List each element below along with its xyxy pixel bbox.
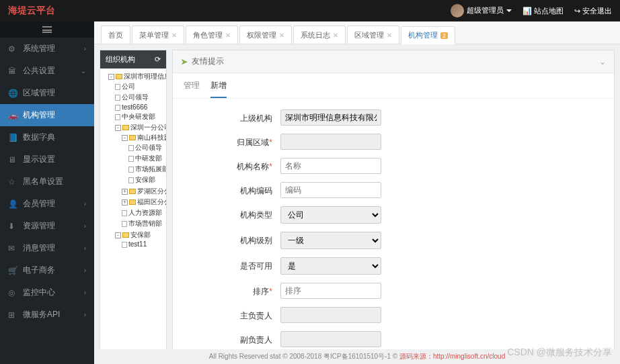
region-input[interactable] — [280, 134, 381, 150]
tab-region[interactable]: 区域管理✕ — [347, 26, 399, 44]
avatar-icon — [451, 4, 464, 17]
collapse-icon[interactable]: ⌄ — [599, 57, 606, 66]
level-select[interactable]: 一级 — [280, 232, 381, 249]
sort-input[interactable] — [280, 283, 381, 299]
user-icon: 👤 — [8, 199, 17, 209]
monitor-icon: 🖥 — [8, 155, 17, 165]
refresh-icon[interactable]: ⟳ — [155, 55, 161, 64]
subtabs: 管理 新增 — [173, 73, 614, 99]
label-sort: 排序* — [173, 283, 280, 298]
watermark: CSDN @微服务技术分享 — [507, 347, 612, 359]
label-region: 归属区域* — [173, 134, 280, 148]
nav-display[interactable]: 🖥显示设置 — [0, 148, 94, 171]
label-level: 机构级别 — [173, 232, 280, 246]
nav-dict[interactable]: 📘数据字典 — [0, 126, 94, 148]
grid-icon: ⊞ — [8, 310, 17, 320]
star-icon: ☆ — [8, 177, 17, 187]
book-icon: 📘 — [8, 133, 17, 142]
nav-blacklist[interactable]: ☆黑名单设置 — [0, 171, 94, 193]
tab-role[interactable]: 角色管理✕ — [186, 26, 238, 44]
nav-monitor[interactable]: ◎监控中心› — [0, 281, 94, 304]
nav-system[interactable]: ⚙系统管理› — [0, 38, 94, 60]
label-type: 机构类型 — [173, 206, 280, 221]
cart-icon: 🛒 — [8, 266, 17, 275]
name-input[interactable] — [280, 158, 381, 174]
type-select[interactable]: 公司 — [280, 206, 381, 224]
download-icon: ⬇ — [8, 222, 17, 231]
tab-log[interactable]: 系统日志✕ — [293, 26, 346, 44]
label-parent: 上级机构 — [173, 109, 280, 124]
tree-header: 组织机构 ⟳ — [100, 50, 166, 69]
nav-ecommerce[interactable]: 🛒电子商务› — [0, 259, 94, 281]
label-vice: 副负责人 — [173, 331, 280, 346]
gear-icon: ⚙ — [8, 44, 17, 54]
label-master: 主负责人 — [173, 307, 280, 322]
label-enabled: 是否可用 — [173, 257, 280, 272]
tab-org[interactable]: 机构管理2 — [401, 26, 455, 44]
tab-bar: 首页 菜单管理✕ 角色管理✕ 权限管理✕ 系统日志✕ 区域管理✕ 机构管理2 — [94, 21, 620, 44]
nav-api[interactable]: ⊞微服务API› — [0, 304, 94, 326]
nav-member[interactable]: 👤会员管理› — [0, 193, 94, 215]
user-menu[interactable]: 超级管理员 — [451, 4, 512, 17]
tree-panel: 组织机构 ⟳ -深圳市明理信息科技有限公 公司 公司领导 test6666 中央… — [100, 50, 167, 359]
org-tree[interactable]: -深圳市明理信息科技有限公 公司 公司领导 test6666 中央研发部 -深圳… — [100, 69, 166, 358]
close-icon[interactable]: ✕ — [279, 32, 284, 39]
subtab-add[interactable]: 新增 — [210, 80, 227, 98]
nav-resource[interactable]: ⬇资源管理› — [0, 215, 94, 237]
tab-menu[interactable]: 菜单管理✕ — [132, 26, 184, 44]
target-icon: ◎ — [8, 288, 17, 298]
sidebar: ⚙系统管理› 🏛公共设置⌄ 🌐区域管理 🚗机构管理 📘数据字典 🖥显示设置 ☆黑… — [0, 21, 94, 364]
brand-logo: 海堤云平台 — [8, 5, 55, 17]
menu-icon — [42, 26, 52, 33]
subtab-manage[interactable]: 管理 — [184, 80, 200, 98]
nav-message[interactable]: ✉消息管理› — [0, 237, 94, 259]
label-name: 机构名称* — [173, 158, 280, 173]
globe-icon: 🌐 — [8, 89, 17, 98]
badge: 2 — [440, 32, 448, 39]
source-link[interactable]: http://minglisoft.cn/cloud — [433, 353, 505, 360]
close-icon[interactable]: ✕ — [225, 32, 231, 39]
tab-perm[interactable]: 权限管理✕ — [239, 26, 292, 44]
nav-region[interactable]: 🌐区域管理 — [0, 82, 94, 104]
master-input[interactable] — [280, 307, 381, 323]
close-icon[interactable]: ✕ — [333, 32, 338, 39]
hint-bar: ➤ 友情提示 ⌄ — [173, 50, 614, 73]
tab-home[interactable]: 首页 — [101, 26, 130, 44]
parent-input[interactable] — [280, 109, 381, 126]
form-panel: ➤ 友情提示 ⌄ 管理 新增 上级机构 归属区域* 机构名称* 机构编码 机构类… — [172, 50, 615, 359]
code-input[interactable] — [280, 182, 381, 198]
caret-down-icon — [506, 9, 512, 12]
top-header: 海堤云平台 超级管理员 📊 站点地图 ↪ 安全退出 — [0, 0, 620, 21]
enabled-select[interactable]: 是 — [280, 257, 381, 275]
car-icon: 🚗 — [8, 111, 17, 120]
vice-input[interactable] — [280, 331, 381, 347]
mail-icon: ✉ — [8, 244, 17, 253]
building-icon: 🏛 — [8, 66, 17, 76]
label-code: 机构编码 — [173, 182, 280, 197]
nav-org[interactable]: 🚗机构管理 — [0, 104, 94, 126]
close-icon[interactable]: ✕ — [387, 32, 392, 39]
arrow-right-icon: ➤ — [181, 57, 188, 66]
close-icon[interactable]: ✕ — [171, 32, 177, 39]
logout-link[interactable]: ↪ 安全退出 — [574, 6, 612, 16]
sidebar-toggle[interactable] — [0, 21, 94, 38]
sitemap-link[interactable]: 📊 站点地图 — [522, 6, 564, 16]
nav-public[interactable]: 🏛公共设置⌄ — [0, 60, 94, 82]
